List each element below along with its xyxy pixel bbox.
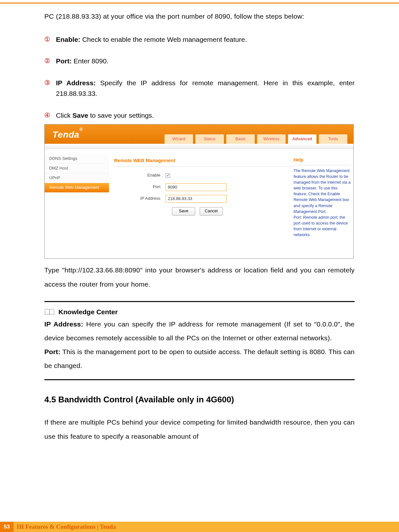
enable-checkbox[interactable]: ✓ [166,173,170,178]
step-2-label: Port: [56,57,72,65]
intro-paragraph: PC (218.88.93.33) at your office via the… [44,11,355,22]
step-3-label: IP Address: [56,79,96,87]
step-2-text: Enter 8090. [72,57,108,65]
sidebar-item-dmz[interactable]: DMZ Host [45,164,109,173]
step-3-text: Specify the IP address for remote manage… [56,79,355,97]
step-4-bold: Save [72,112,88,119]
router-screenshot: Tenda® Wizard Status Basic Wireless Adva… [44,124,354,259]
save-button[interactable]: Save [172,207,195,216]
step-2: ② Port: Enter 8090. [44,56,355,67]
step-1: ① Enable: Check to enable the remote Web… [44,34,355,45]
port-input[interactable] [166,183,227,191]
sidebar: DDNS Settings DMZ Host UPnP Remote Web M… [45,154,109,193]
step-1-label: Enable: [56,36,80,43]
panel-title: Remote WEB Management [114,157,294,167]
footer-text: III Features & Configurations | Tenda [17,523,116,530]
kc-ip-text: Here you can specify the IP address for … [44,320,355,342]
step-1-num: ① [44,34,56,45]
port-label: Port [114,184,166,190]
section-body: If there are multiple PCs behind your de… [44,415,355,444]
step-4-pre: Click [56,112,72,119]
step-2-num: ② [44,56,56,67]
step-3: ③ IP Address: Specify the IP address for… [44,78,355,99]
step-1-text: Check to enable the remote Web managemen… [80,36,247,43]
step-4: ④ Click Save to save your settings. [44,110,355,121]
tab-wizard[interactable]: Wizard [164,134,193,144]
page-number: 53 [0,522,14,532]
tab-tools[interactable]: Tools [319,134,348,144]
step-4-post: to save your settings. [88,112,154,119]
divider-top [44,301,355,302]
tab-basic[interactable]: Basic [226,134,255,144]
section-heading: 4.5 Bandwidth Control (Available only in… [44,393,355,407]
divider-bottom [44,379,355,380]
book-icon [44,308,55,316]
main-tabs: Wizard Status Basic Wireless Advanced To… [164,134,348,144]
tab-advanced[interactable]: Advanced [288,134,317,144]
kc-port-label: Port: [44,348,60,355]
kc-ip-label: IP Address: [44,320,83,328]
tenda-logo: Tenda® [52,128,83,142]
sidebar-item-upnp[interactable]: UPnP [45,173,109,183]
enable-label: Enable [114,172,166,179]
cancel-button[interactable]: Cancel [200,207,223,216]
tab-wireless[interactable]: Wireless [257,134,286,144]
help-body: The Remote Web Management feature allows… [294,168,351,238]
page-footer: 53 III Features & Configurations | Tenda [0,522,399,532]
after-screenshot-paragraph: Type "http://102.33.66.88:8090" into you… [44,263,355,291]
step-4-num: ④ [44,110,56,121]
kc-port-text: This is the management port to be open t… [44,348,355,369]
sidebar-item-ddns[interactable]: DDNS Settings [45,154,109,164]
tab-status[interactable]: Status [195,134,224,144]
ip-input[interactable] [166,195,227,203]
sidebar-item-remote-web[interactable]: Remote Web Management [45,183,109,193]
step-3-num: ③ [44,78,56,99]
help-title: Help [294,157,351,165]
ip-label: IP Address [114,195,166,202]
kc-heading: Knowledge Center [59,308,118,316]
